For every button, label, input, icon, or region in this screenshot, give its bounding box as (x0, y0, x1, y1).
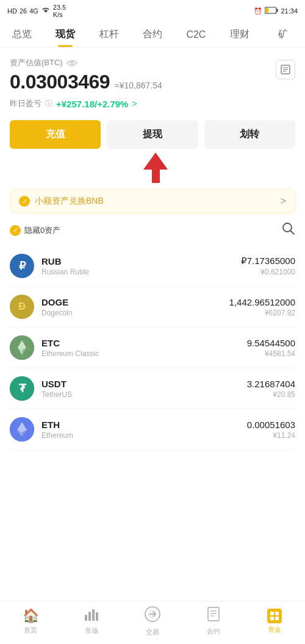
trade-icon (145, 606, 160, 626)
pnl-value: +¥257.18/+2.79% (56, 99, 128, 109)
coin-icon-eth (10, 417, 34, 442)
coin-symbol-etc: ETC (41, 338, 247, 348)
eye-icon[interactable] (66, 59, 77, 66)
transfer-button[interactable]: 划转 (204, 120, 295, 149)
contract-icon (207, 607, 220, 625)
nav-item-spot[interactable]: 现货 (43, 23, 87, 47)
coin-info-eth: ETH Ethereum (41, 420, 247, 440)
coin-item-rub[interactable]: ₽ RUB Russian Ruble ₽7.17365000 ¥0.62100… (10, 246, 295, 287)
coin-name-rub: Russian Ruble (41, 268, 241, 276)
signal-2g: 26 (20, 7, 27, 15)
pnl-info-icon: ⓘ (45, 99, 52, 109)
arrow-head (143, 152, 168, 170)
coin-cny-usdt: ¥20.85 (247, 390, 295, 399)
coin-info-usdt: USDT TetherUS (41, 379, 247, 399)
coin-amount-doge: 1,442.96512000 ¥6207.92 (229, 297, 295, 317)
bottom-nav-contract[interactable]: 合约 (183, 607, 244, 636)
bottom-nav-trade-label: 交易 (146, 628, 159, 637)
bnb-banner-arrow: > (281, 196, 286, 207)
coin-amount-rub: ₽7.17365000 ¥0.621000 (241, 256, 295, 276)
bottom-nav-assets-label: 资金 (268, 625, 281, 634)
coin-name-usdt: TetherUS (41, 390, 247, 399)
coin-info-doge: DOGE Dogecoin (41, 297, 229, 317)
bottom-nav-assets[interactable]: 资金 (244, 609, 305, 634)
coin-item-etc[interactable]: ETC Ethereum Classic 9.54544500 ¥4581.54 (10, 327, 295, 368)
svg-rect-1 (277, 9, 278, 12)
bottom-nav-trade[interactable]: 交易 (122, 606, 183, 637)
coin-cny-etc: ¥4581.54 (247, 349, 295, 358)
hide-assets-check: ✓ (10, 225, 21, 236)
nav-item-overview[interactable]: 总览 (0, 23, 43, 47)
bottom-nav-home-label: 首页 (24, 626, 37, 635)
bottom-nav: 🏠 首页 市场 交易 (0, 601, 305, 644)
coin-amount-etc: 9.54544500 ¥4581.54 (247, 338, 295, 358)
svg-rect-23 (88, 612, 91, 621)
bnb-banner[interactable]: ✓ 小额资产兑换BNB > (10, 189, 295, 213)
status-bar: HD 26 4G 23.5K/s ⏰ 21:34 (0, 0, 305, 21)
svg-text:Ð: Ð (18, 301, 26, 312)
assets-icon (267, 609, 282, 623)
coin-symbol-usdt: USDT (41, 379, 247, 389)
alarm-icon: ⏰ (254, 7, 262, 15)
hd-indicator: HD (7, 7, 17, 15)
withdraw-button[interactable]: 提现 (107, 120, 198, 149)
search-button[interactable] (282, 222, 295, 238)
coin-qty-doge: 1,442.96512000 (229, 297, 295, 307)
home-icon: 🏠 (23, 608, 39, 624)
coin-icon-usdt: ₮ (10, 376, 34, 401)
coin-cny-rub: ¥0.621000 (241, 268, 295, 276)
bottom-nav-home[interactable]: 🏠 首页 (0, 608, 61, 635)
bnb-banner-text: 小额资产兑换BNB (35, 196, 104, 207)
arrow-shaft (152, 170, 160, 183)
coin-icon-rub: ₽ (10, 254, 34, 278)
bottom-nav-market[interactable]: 市场 (61, 607, 122, 635)
nav-item-mining[interactable]: 矿 (262, 23, 305, 47)
coin-name-eth: Ethereum (41, 431, 247, 440)
pnl-arrow[interactable]: > (132, 99, 137, 109)
signal-4g: 4G (29, 7, 38, 15)
status-left: HD 26 4G 23.5K/s (7, 4, 66, 18)
deposit-button[interactable]: 充值 (10, 120, 101, 149)
nav-item-leverage[interactable]: 杠杆 (87, 23, 131, 47)
coin-item-eth[interactable]: ETH Ethereum 0.00051603 ¥11.24 (10, 409, 295, 450)
wifi-icon (41, 7, 51, 15)
svg-rect-2 (266, 8, 269, 13)
coin-cny-eth: ¥11.24 (247, 431, 295, 440)
nav-item-c2c[interactable]: C2C (174, 24, 218, 46)
market-icon (84, 607, 99, 624)
hide-assets-toggle[interactable]: ✓ 隐藏0资产 (10, 225, 60, 236)
svg-rect-28 (208, 607, 219, 621)
coin-qty-usdt: 3.21687404 (247, 379, 295, 389)
speed-indicator: 23.5K/s (53, 4, 66, 18)
coin-item-usdt[interactable]: ₮ USDT TetherUS 3.21687404 ¥20.85 (10, 368, 295, 409)
coin-qty-etc: 9.54544500 (247, 338, 295, 348)
action-row: 充值 提现 划转 (10, 120, 295, 149)
pnl-row: 昨日盈亏 ⓘ +¥257.18/+2.79% > (10, 98, 295, 109)
time: 21:34 (281, 7, 298, 15)
coin-item-doge[interactable]: Ð DOGE Dogecoin 1,442.96512000 ¥6207.92 (10, 287, 295, 327)
asset-header: 资产估值(BTC) 0.03003469 ≈¥10,867.54 (10, 57, 295, 93)
coin-icon-etc (10, 335, 34, 360)
coin-qty-rub: ₽7.17365000 (241, 256, 295, 267)
svg-rect-34 (270, 617, 274, 620)
coin-symbol-eth: ETH (41, 420, 247, 430)
coin-amount-eth: 0.00051603 ¥11.24 (247, 420, 295, 440)
battery-icon (265, 7, 278, 15)
coin-qty-eth: 0.00051603 (247, 420, 295, 430)
nav-item-finance[interactable]: 理财 (218, 23, 261, 47)
coin-name-etc: Ethereum Classic (41, 349, 247, 358)
nav-item-contract[interactable]: 合约 (131, 23, 174, 47)
coin-icon-doge: Ð (10, 295, 34, 319)
svg-rect-22 (85, 615, 87, 621)
svg-line-9 (291, 231, 295, 235)
bnb-check-icon: ✓ (19, 196, 30, 207)
asset-label: 资产估值(BTC) (10, 57, 162, 68)
svg-rect-32 (270, 612, 274, 615)
bottom-nav-contract-label: 合约 (207, 627, 220, 636)
btc-value-row: 0.03003469 ≈¥10,867.54 (10, 71, 162, 93)
svg-rect-24 (92, 609, 95, 621)
coin-symbol-doge: DOGE (41, 297, 229, 307)
svg-rect-35 (275, 617, 279, 620)
ledger-icon[interactable] (276, 60, 295, 79)
svg-point-3 (70, 62, 73, 65)
